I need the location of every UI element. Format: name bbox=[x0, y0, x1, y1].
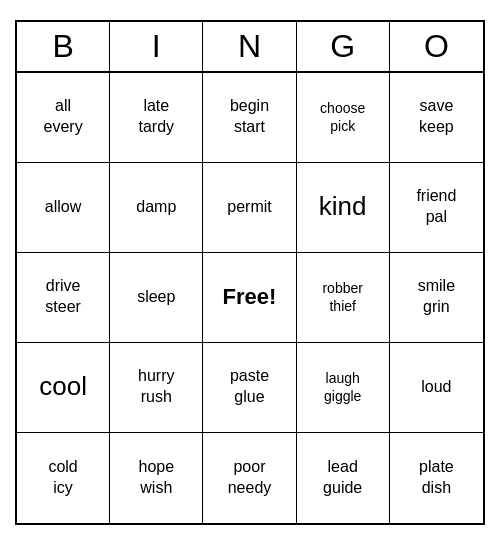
bingo-cell: choose pick bbox=[297, 73, 390, 163]
bingo-cell: laugh giggle bbox=[297, 343, 390, 433]
header-letter: O bbox=[390, 22, 483, 71]
bingo-cell: drive steer bbox=[17, 253, 110, 343]
bingo-cell: begin start bbox=[203, 73, 296, 163]
bingo-cell: paste glue bbox=[203, 343, 296, 433]
bingo-card: BINGO all everylate tardybegin startchoo… bbox=[15, 20, 485, 525]
bingo-cell: robber thief bbox=[297, 253, 390, 343]
bingo-grid: all everylate tardybegin startchoose pic… bbox=[17, 73, 483, 523]
bingo-cell: plate dish bbox=[390, 433, 483, 523]
bingo-cell: cool bbox=[17, 343, 110, 433]
bingo-cell: permit bbox=[203, 163, 296, 253]
header-letter: B bbox=[17, 22, 110, 71]
bingo-cell: hurry rush bbox=[110, 343, 203, 433]
bingo-cell: all every bbox=[17, 73, 110, 163]
header-letter: G bbox=[297, 22, 390, 71]
bingo-header: BINGO bbox=[17, 22, 483, 73]
bingo-cell: allow bbox=[17, 163, 110, 253]
bingo-cell: save keep bbox=[390, 73, 483, 163]
bingo-cell: loud bbox=[390, 343, 483, 433]
bingo-cell: late tardy bbox=[110, 73, 203, 163]
bingo-cell: poor needy bbox=[203, 433, 296, 523]
header-letter: N bbox=[203, 22, 296, 71]
bingo-cell: damp bbox=[110, 163, 203, 253]
bingo-cell: Free! bbox=[203, 253, 296, 343]
bingo-cell: friend pal bbox=[390, 163, 483, 253]
bingo-cell: smile grin bbox=[390, 253, 483, 343]
bingo-cell: hope wish bbox=[110, 433, 203, 523]
bingo-cell: lead guide bbox=[297, 433, 390, 523]
bingo-cell: sleep bbox=[110, 253, 203, 343]
header-letter: I bbox=[110, 22, 203, 71]
bingo-cell: kind bbox=[297, 163, 390, 253]
bingo-cell: cold icy bbox=[17, 433, 110, 523]
